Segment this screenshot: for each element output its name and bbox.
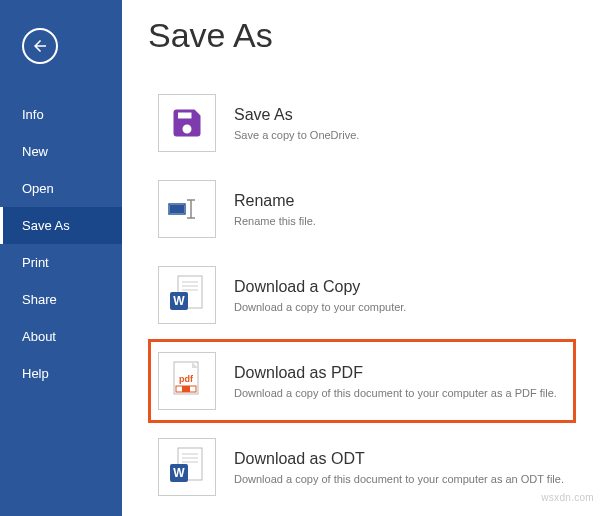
- arrow-left-icon: [31, 37, 49, 55]
- sidebar-item-share[interactable]: Share: [0, 281, 122, 318]
- svg-text:pdf: pdf: [179, 374, 194, 384]
- option-title: Save As: [234, 106, 359, 124]
- option-download-odt[interactable]: W Download as ODT Download a copy of thi…: [148, 425, 576, 509]
- sidebar-item-new[interactable]: New: [0, 133, 122, 170]
- pdf-doc-icon: pdf: [158, 352, 216, 410]
- option-desc: Download a copy of this document to your…: [234, 473, 564, 485]
- option-text: Download as PDF Download a copy of this …: [234, 364, 557, 399]
- page-title: Save As: [148, 16, 576, 55]
- sidebar-item-label: About: [22, 329, 56, 344]
- option-title: Download as PDF: [234, 364, 557, 382]
- odt-doc-icon: W: [158, 438, 216, 496]
- sidebar-item-label: Info: [22, 107, 44, 122]
- sidebar-item-open[interactable]: Open: [0, 170, 122, 207]
- option-download-copy[interactable]: W Download a Copy Download a copy to you…: [148, 253, 576, 337]
- sidebar-item-label: New: [22, 144, 48, 159]
- svg-text:W: W: [173, 466, 185, 480]
- option-text: Save As Save a copy to OneDrive.: [234, 106, 359, 141]
- sidebar-item-about[interactable]: About: [0, 318, 122, 355]
- option-desc: Download a copy of this document to your…: [234, 387, 557, 399]
- svg-text:W: W: [173, 294, 185, 308]
- back-button[interactable]: [22, 28, 58, 64]
- main-panel: Save As Save As Save a copy to OneDrive.: [122, 0, 600, 516]
- option-desc: Save a copy to OneDrive.: [234, 129, 359, 141]
- sidebar-item-label: Print: [22, 255, 49, 270]
- option-text: Rename Rename this file.: [234, 192, 316, 227]
- option-text: Download as ODT Download a copy of this …: [234, 450, 564, 485]
- sidebar-item-info[interactable]: Info: [0, 96, 122, 133]
- option-rename[interactable]: Rename Rename this file.: [148, 167, 576, 251]
- watermark: wsxdn.com: [541, 492, 594, 503]
- option-saveas[interactable]: Save As Save a copy to OneDrive.: [148, 81, 576, 165]
- save-icon: [158, 94, 216, 152]
- app-container: Info New Open Save As Print Share About …: [0, 0, 600, 516]
- option-desc: Rename this file.: [234, 215, 316, 227]
- option-title: Rename: [234, 192, 316, 210]
- svg-rect-15: [182, 386, 190, 392]
- svg-rect-1: [170, 205, 184, 213]
- sidebar-item-label: Share: [22, 292, 57, 307]
- option-title: Download as ODT: [234, 450, 564, 468]
- sidebar-item-print[interactable]: Print: [0, 244, 122, 281]
- option-title: Download a Copy: [234, 278, 406, 296]
- sidebar-item-help[interactable]: Help: [0, 355, 122, 392]
- sidebar-item-saveas[interactable]: Save As: [0, 207, 122, 244]
- option-download-pdf[interactable]: pdf Download as PDF Download a copy of t…: [148, 339, 576, 423]
- option-text: Download a Copy Download a copy to your …: [234, 278, 406, 313]
- sidebar-item-label: Open: [22, 181, 54, 196]
- word-doc-icon: W: [158, 266, 216, 324]
- sidebar: Info New Open Save As Print Share About …: [0, 0, 122, 516]
- rename-icon: [158, 180, 216, 238]
- sidebar-item-label: Save As: [22, 218, 70, 233]
- sidebar-item-label: Help: [22, 366, 49, 381]
- option-desc: Download a copy to your computer.: [234, 301, 406, 313]
